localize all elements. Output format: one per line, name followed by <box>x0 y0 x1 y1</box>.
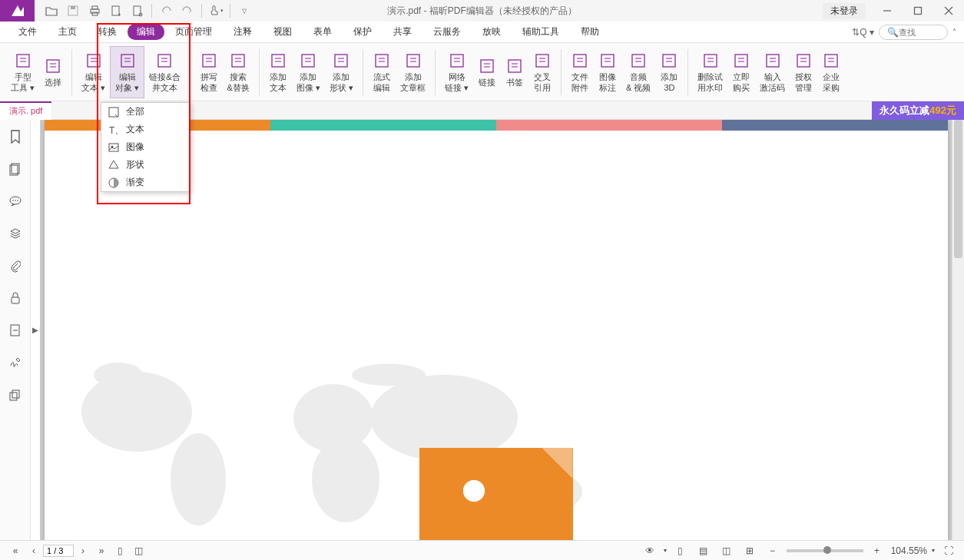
reflow-icon[interactable]: ⊞ <box>740 542 759 559</box>
menu-item-0[interactable]: 文件 <box>8 22 48 41</box>
first-page-icon[interactable]: « <box>6 542 25 559</box>
fullscreen-icon[interactable]: ⛶ <box>939 542 958 559</box>
doc-minus-icon[interactable] <box>6 321 25 340</box>
svg-rect-33 <box>272 55 284 67</box>
menu-item-6[interactable]: 视图 <box>263 22 303 41</box>
close-icon[interactable] <box>933 0 964 22</box>
redo-icon[interactable] <box>177 0 198 22</box>
print-icon[interactable] <box>84 0 105 22</box>
next-page-icon[interactable]: › <box>74 542 92 559</box>
menu-item-5[interactable]: 注释 <box>223 22 263 41</box>
fit-width-icon[interactable]: ▤ <box>694 542 713 559</box>
menu-item-4[interactable]: 页面管理 <box>164 22 223 41</box>
expand-panel-icon[interactable]: ▶ <box>31 120 40 540</box>
zoom-out-icon[interactable]: − <box>764 542 782 559</box>
copy-icon[interactable] <box>6 386 25 404</box>
menu-item-9[interactable]: 共享 <box>383 22 422 41</box>
zoom-in-icon[interactable]: + <box>868 542 886 559</box>
open-icon[interactable] <box>41 0 62 22</box>
menu-expand-icon[interactable]: ˄ <box>952 28 956 36</box>
prev-page-icon[interactable]: ‹ <box>25 542 43 559</box>
menu-item-7[interactable]: 表单 <box>303 22 343 41</box>
maximize-icon[interactable] <box>903 0 933 22</box>
comment-icon[interactable] <box>6 192 25 210</box>
ribbon-btn-3[interactable]: 编辑 对象 ▾ <box>110 46 144 98</box>
dropdown-item-image[interactable]: 图像 <box>101 138 190 156</box>
ribbon-btn-15[interactable]: 交叉 引用 <box>528 46 556 98</box>
ribbon-btn-23[interactable]: 授权 管理 <box>790 46 817 98</box>
dropdown-item-gradient[interactable]: 渐变 <box>101 174 190 191</box>
ribbon-btn-8[interactable]: 添加 图像 ▾ <box>292 46 325 98</box>
ribbon-btn-2[interactable]: 编辑 文本 ▾ <box>77 46 110 98</box>
menu-item-13[interactable]: 帮助 <box>570 22 610 41</box>
login-button[interactable]: 未登录 <box>823 3 866 19</box>
search-box[interactable]: 🔍 <box>879 25 948 40</box>
undo-icon[interactable] <box>155 0 177 22</box>
bookmark-icon[interactable] <box>6 128 25 146</box>
vertical-scrollbar[interactable] <box>952 120 964 540</box>
menu-item-10[interactable]: 云服务 <box>422 22 472 41</box>
menu-item-12[interactable]: 辅助工具 <box>512 22 570 41</box>
ribbon-label: 删除试 用水印 <box>697 71 723 94</box>
layout-double-icon[interactable]: ◫ <box>129 542 147 559</box>
sort-icon[interactable]: ⇅Q ▾ <box>852 27 874 38</box>
attachment-icon[interactable] <box>6 257 25 275</box>
dropdown-item-shape[interactable]: 形状 <box>101 156 190 174</box>
page-add-icon[interactable] <box>105 0 127 22</box>
dropdown-label: 渐变 <box>126 176 144 189</box>
ribbon-btn-24[interactable]: 企业 采购 <box>817 46 845 98</box>
ribbon-btn-13[interactable]: 链接 <box>473 46 501 98</box>
touch-icon[interactable]: ▾ <box>205 0 227 22</box>
layout-single-icon[interactable]: ▯ <box>111 542 129 559</box>
signature-icon[interactable] <box>6 353 25 372</box>
menu-item-2[interactable]: 转换 <box>88 22 128 41</box>
ribbon-btn-22[interactable]: 输入 激活码 <box>755 46 790 98</box>
pages-icon[interactable] <box>6 160 25 178</box>
ribbon-btn-0[interactable]: 手型 工具 ▾ <box>6 46 39 98</box>
ribbon-btn-12[interactable]: 网络 链接 ▾ <box>440 46 473 98</box>
menu-bar: 文件主页转换编辑页面管理注释视图表单保护共享云服务放映辅助工具帮助 ⇅Q ▾ 🔍… <box>0 22 964 43</box>
menu-item-1[interactable]: 主页 <box>48 22 88 41</box>
search-input[interactable] <box>899 28 937 37</box>
minimize-icon[interactable] <box>872 0 903 22</box>
ribbon-btn-4[interactable]: 链接&合 并文本 <box>144 46 184 98</box>
ribbon-btn-19[interactable]: 添加 3D <box>655 46 683 98</box>
qat-more-icon[interactable]: ▽ <box>234 0 255 22</box>
ribbon-icon <box>269 51 287 70</box>
dropdown-item-text[interactable]: T文本 <box>101 121 190 138</box>
ribbon-btn-20[interactable]: 删除试 用水印 <box>693 46 727 98</box>
eye-icon[interactable]: 👁 <box>641 542 659 559</box>
menu-item-3[interactable]: 编辑 <box>128 24 164 40</box>
ribbon-btn-11[interactable]: 添加 文章框 <box>396 46 430 98</box>
layers-icon[interactable] <box>6 224 25 243</box>
promo-banner[interactable]: 永久码立减492元 <box>872 101 964 120</box>
page-input[interactable] <box>43 545 74 557</box>
page-new-icon[interactable] <box>127 0 148 22</box>
menu-item-11[interactable]: 放映 <box>472 22 512 41</box>
ribbon-btn-14[interactable]: 书签 <box>501 46 528 98</box>
dropdown-item-all[interactable]: 全部 <box>101 103 190 121</box>
last-page-icon[interactable]: » <box>92 542 111 559</box>
ribbon-icon <box>533 51 552 70</box>
scrollbar-thumb[interactable] <box>954 120 962 258</box>
ribbon-btn-9[interactable]: 添加 形状 ▾ <box>325 46 358 98</box>
ribbon-btn-6[interactable]: 搜索 &替换 <box>223 46 254 98</box>
ribbon-btn-7[interactable]: 添加 文本 <box>264 46 292 98</box>
fit-page-icon[interactable]: ▯ <box>671 542 690 559</box>
ribbon-btn-17[interactable]: 图像 标注 <box>594 46 621 98</box>
svg-rect-9 <box>915 8 922 15</box>
ribbon-btn-21[interactable]: 立即 购买 <box>727 46 755 98</box>
ribbon-btn-18[interactable]: 音频 & 视频 <box>621 46 655 98</box>
security-icon[interactable] <box>6 289 25 307</box>
document-tab[interactable]: 演示. pdf <box>0 101 51 120</box>
menu-item-8[interactable]: 保护 <box>343 22 383 41</box>
gradient-icon <box>108 177 120 189</box>
ribbon-btn-5[interactable]: 拼写 检查 <box>195 46 223 98</box>
zoom-slider[interactable] <box>787 549 863 552</box>
save-icon[interactable] <box>62 0 84 22</box>
ribbon-btn-10[interactable]: 流式 编辑 <box>368 46 396 98</box>
ribbon-btn-16[interactable]: 文件 附件 <box>566 46 594 98</box>
svg-rect-97 <box>12 390 19 398</box>
ribbon-btn-1[interactable]: 选择 <box>39 46 67 98</box>
fit-visible-icon[interactable]: ◫ <box>717 542 736 559</box>
